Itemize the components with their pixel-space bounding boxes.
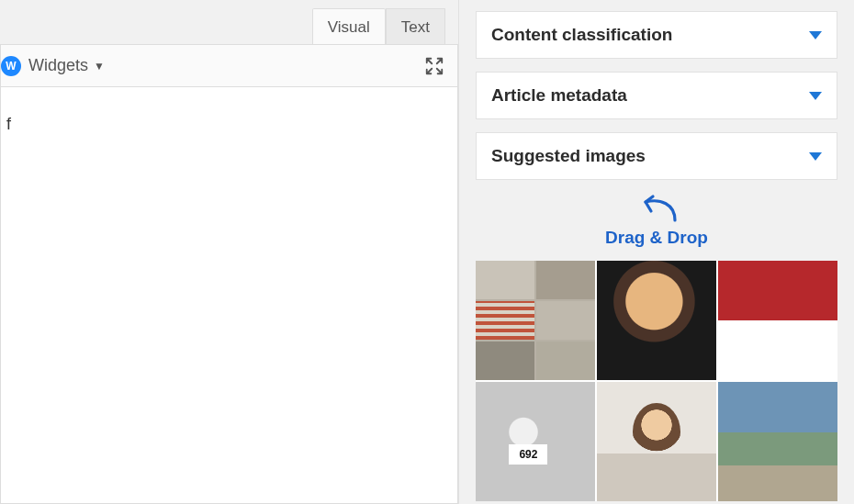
image-thumbnail bbox=[718, 261, 837, 380]
drag-drop-hint: Drag & Drop bbox=[476, 193, 837, 252]
editor-content-area[interactable]: f bbox=[0, 86, 458, 504]
image-thumbnail bbox=[476, 261, 595, 380]
sidebar: Content classification Article metadata … bbox=[459, 0, 854, 504]
image-thumbnail bbox=[597, 382, 716, 501]
editor-tabs: Visual Text bbox=[0, 0, 458, 44]
editor-pane: Visual Text W Widgets ▼ f bbox=[0, 0, 459, 504]
suggested-image-tile[interactable] bbox=[476, 261, 595, 380]
suggested-image-tile[interactable] bbox=[597, 261, 716, 380]
curved-arrow-icon bbox=[629, 193, 684, 226]
suggested-image-tile[interactable] bbox=[718, 261, 837, 380]
image-thumbnail: 692 bbox=[476, 382, 595, 501]
panel-suggested-images[interactable]: Suggested images bbox=[476, 132, 837, 180]
tab-visual[interactable]: Visual bbox=[312, 8, 386, 44]
suggested-image-tile[interactable] bbox=[718, 382, 837, 501]
widgets-label: Widgets bbox=[28, 56, 88, 75]
runner-bib-number: 692 bbox=[509, 444, 547, 465]
widgets-dropdown[interactable]: Widgets ▼ bbox=[28, 56, 105, 75]
tab-text[interactable]: Text bbox=[386, 8, 445, 44]
editor-text-fragment: f bbox=[6, 115, 11, 133]
suggested-images-grid: 692 bbox=[476, 261, 837, 501]
toolbar-left: W Widgets ▼ bbox=[1, 56, 105, 76]
chevron-down-icon bbox=[809, 92, 822, 100]
panel-content-classification[interactable]: Content classification bbox=[476, 11, 837, 59]
panel-label: Suggested images bbox=[491, 146, 646, 166]
caret-down-icon: ▼ bbox=[94, 60, 105, 73]
suggested-image-tile[interactable] bbox=[597, 382, 716, 501]
drag-drop-label: Drag & Drop bbox=[476, 228, 837, 248]
image-thumbnail bbox=[718, 382, 837, 501]
image-thumbnail bbox=[597, 261, 716, 380]
widgets-badge-icon: W bbox=[1, 56, 21, 76]
panel-label: Content classification bbox=[491, 25, 672, 45]
editor-toolbar: W Widgets ▼ bbox=[0, 44, 458, 86]
app-root: Visual Text W Widgets ▼ f bbox=[0, 0, 854, 504]
fullscreen-icon bbox=[424, 56, 444, 76]
fullscreen-button[interactable] bbox=[424, 56, 444, 76]
chevron-down-icon bbox=[809, 152, 822, 161]
panel-article-metadata[interactable]: Article metadata bbox=[476, 72, 837, 119]
suggested-image-tile[interactable]: 692 bbox=[476, 382, 595, 501]
tab-visual-label: Visual bbox=[328, 18, 370, 36]
panel-label: Article metadata bbox=[491, 85, 627, 106]
chevron-down-icon bbox=[809, 31, 822, 39]
tab-text-label: Text bbox=[401, 18, 430, 36]
